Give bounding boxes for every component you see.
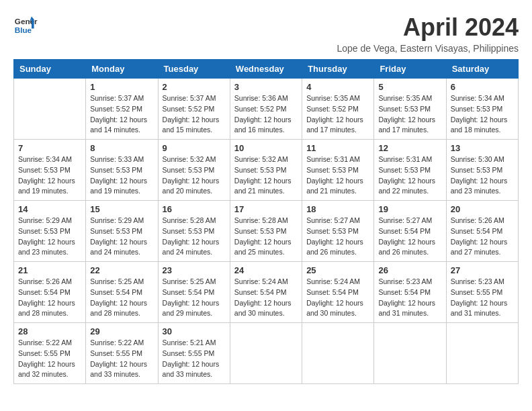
day-info: Sunrise: 5:23 AM Sunset: 5:54 PM Dayligh… [378, 277, 441, 319]
day-cell [374, 323, 446, 384]
day-number: 1 [90, 82, 153, 92]
day-cell: 1Sunrise: 5:37 AM Sunset: 5:52 PM Daylig… [86, 79, 158, 140]
day-info: Sunrise: 5:37 AM Sunset: 5:52 PM Dayligh… [90, 93, 153, 136]
day-cell [230, 323, 302, 384]
day-number: 9 [163, 143, 226, 153]
day-cell: 7Sunrise: 5:34 AM Sunset: 5:53 PM Daylig… [14, 140, 86, 201]
day-cell [302, 323, 374, 384]
page-header: General Blue April 2024 Lope de Vega, Ea… [13, 13, 519, 54]
day-cell [446, 323, 518, 384]
day-cell: 6Sunrise: 5:34 AM Sunset: 5:53 PM Daylig… [446, 79, 518, 140]
day-number: 3 [234, 82, 298, 92]
week-row-2: 7Sunrise: 5:34 AM Sunset: 5:53 PM Daylig… [14, 140, 519, 201]
day-number: 30 [163, 326, 226, 336]
day-cell: 27Sunrise: 5:23 AM Sunset: 5:55 PM Dayli… [446, 262, 518, 323]
day-number: 6 [451, 82, 514, 92]
column-header-tuesday: Tuesday [158, 60, 230, 79]
day-info: Sunrise: 5:26 AM Sunset: 5:54 PM Dayligh… [18, 277, 81, 319]
day-cell: 13Sunrise: 5:30 AM Sunset: 5:53 PM Dayli… [446, 140, 518, 201]
day-info: Sunrise: 5:29 AM Sunset: 5:53 PM Dayligh… [18, 216, 81, 258]
day-info: Sunrise: 5:29 AM Sunset: 5:53 PM Dayligh… [90, 216, 153, 258]
column-header-sunday: Sunday [14, 60, 86, 79]
day-number: 13 [451, 143, 514, 153]
day-cell: 12Sunrise: 5:31 AM Sunset: 5:53 PM Dayli… [374, 140, 446, 201]
day-cell: 26Sunrise: 5:23 AM Sunset: 5:54 PM Dayli… [374, 262, 446, 323]
day-info: Sunrise: 5:32 AM Sunset: 5:53 PM Dayligh… [234, 154, 298, 197]
day-cell: 4Sunrise: 5:35 AM Sunset: 5:52 PM Daylig… [302, 79, 374, 140]
day-cell: 15Sunrise: 5:29 AM Sunset: 5:53 PM Dayli… [86, 201, 158, 262]
day-info: Sunrise: 5:24 AM Sunset: 5:54 PM Dayligh… [234, 277, 298, 319]
day-number: 12 [378, 143, 441, 153]
day-cell: 9Sunrise: 5:32 AM Sunset: 5:53 PM Daylig… [158, 140, 230, 201]
day-info: Sunrise: 5:34 AM Sunset: 5:53 PM Dayligh… [18, 154, 81, 197]
day-number: 24 [234, 265, 298, 275]
week-row-4: 21Sunrise: 5:26 AM Sunset: 5:54 PM Dayli… [14, 262, 519, 323]
column-header-monday: Monday [86, 60, 158, 79]
day-cell: 8Sunrise: 5:33 AM Sunset: 5:53 PM Daylig… [86, 140, 158, 201]
day-number: 4 [306, 82, 369, 92]
day-info: Sunrise: 5:36 AM Sunset: 5:52 PM Dayligh… [234, 93, 298, 136]
day-cell: 2Sunrise: 5:37 AM Sunset: 5:52 PM Daylig… [158, 79, 230, 140]
day-number: 5 [378, 82, 441, 92]
day-cell: 3Sunrise: 5:36 AM Sunset: 5:52 PM Daylig… [230, 79, 302, 140]
day-info: Sunrise: 5:24 AM Sunset: 5:54 PM Dayligh… [306, 277, 369, 319]
day-cell: 24Sunrise: 5:24 AM Sunset: 5:54 PM Dayli… [230, 262, 302, 323]
day-cell: 25Sunrise: 5:24 AM Sunset: 5:54 PM Dayli… [302, 262, 374, 323]
day-info: Sunrise: 5:27 AM Sunset: 5:53 PM Dayligh… [306, 216, 369, 258]
day-number: 22 [90, 265, 153, 275]
day-info: Sunrise: 5:32 AM Sunset: 5:53 PM Dayligh… [163, 154, 226, 197]
day-info: Sunrise: 5:31 AM Sunset: 5:53 PM Dayligh… [378, 154, 441, 197]
day-info: Sunrise: 5:23 AM Sunset: 5:55 PM Dayligh… [451, 277, 514, 319]
day-info: Sunrise: 5:27 AM Sunset: 5:54 PM Dayligh… [378, 216, 441, 258]
calendar-table: SundayMondayTuesdayWednesdayThursdayFrid… [13, 59, 519, 384]
day-number: 23 [163, 265, 226, 275]
day-number: 26 [378, 265, 441, 275]
day-info: Sunrise: 5:35 AM Sunset: 5:53 PM Dayligh… [378, 93, 441, 136]
day-cell: 28Sunrise: 5:22 AM Sunset: 5:55 PM Dayli… [14, 323, 86, 384]
day-number: 8 [90, 143, 153, 153]
day-info: Sunrise: 5:25 AM Sunset: 5:54 PM Dayligh… [163, 277, 226, 319]
day-cell: 17Sunrise: 5:28 AM Sunset: 5:53 PM Dayli… [230, 201, 302, 262]
day-number: 18 [306, 204, 369, 214]
day-number: 27 [451, 265, 514, 275]
day-cell: 20Sunrise: 5:26 AM Sunset: 5:54 PM Dayli… [446, 201, 518, 262]
day-cell [14, 79, 86, 140]
svg-text:Blue: Blue [15, 26, 32, 34]
week-row-1: 1Sunrise: 5:37 AM Sunset: 5:52 PM Daylig… [14, 79, 519, 140]
day-info: Sunrise: 5:37 AM Sunset: 5:52 PM Dayligh… [163, 93, 226, 136]
column-header-thursday: Thursday [302, 60, 374, 79]
day-cell: 29Sunrise: 5:22 AM Sunset: 5:55 PM Dayli… [86, 323, 158, 384]
day-info: Sunrise: 5:26 AM Sunset: 5:54 PM Dayligh… [451, 216, 514, 258]
day-cell: 18Sunrise: 5:27 AM Sunset: 5:53 PM Dayli… [302, 201, 374, 262]
week-row-3: 14Sunrise: 5:29 AM Sunset: 5:53 PM Dayli… [14, 201, 519, 262]
day-info: Sunrise: 5:28 AM Sunset: 5:53 PM Dayligh… [234, 216, 298, 258]
day-number: 7 [18, 143, 81, 153]
column-header-friday: Friday [374, 60, 446, 79]
logo: General Blue [13, 13, 38, 38]
day-number: 28 [18, 326, 81, 336]
column-header-saturday: Saturday [446, 60, 518, 79]
svg-text:General: General [15, 17, 38, 26]
day-cell: 30Sunrise: 5:21 AM Sunset: 5:55 PM Dayli… [158, 323, 230, 384]
day-info: Sunrise: 5:34 AM Sunset: 5:53 PM Dayligh… [451, 93, 514, 136]
location-subtitle: Lope de Vega, Eastern Visayas, Philippin… [337, 43, 519, 54]
day-number: 10 [234, 143, 298, 153]
day-info: Sunrise: 5:22 AM Sunset: 5:55 PM Dayligh… [18, 338, 81, 380]
day-info: Sunrise: 5:35 AM Sunset: 5:52 PM Dayligh… [306, 93, 369, 136]
day-number: 2 [163, 82, 226, 92]
day-cell: 21Sunrise: 5:26 AM Sunset: 5:54 PM Dayli… [14, 262, 86, 323]
day-cell: 11Sunrise: 5:31 AM Sunset: 5:53 PM Dayli… [302, 140, 374, 201]
day-number: 16 [163, 204, 226, 214]
day-cell: 10Sunrise: 5:32 AM Sunset: 5:53 PM Dayli… [230, 140, 302, 201]
column-header-wednesday: Wednesday [230, 60, 302, 79]
day-cell: 19Sunrise: 5:27 AM Sunset: 5:54 PM Dayli… [374, 201, 446, 262]
title-block: April 2024 Lope de Vega, Eastern Visayas… [337, 13, 519, 54]
day-info: Sunrise: 5:31 AM Sunset: 5:53 PM Dayligh… [306, 154, 369, 197]
day-number: 15 [90, 204, 153, 214]
day-number: 11 [306, 143, 369, 153]
day-info: Sunrise: 5:25 AM Sunset: 5:54 PM Dayligh… [90, 277, 153, 319]
day-number: 29 [90, 326, 153, 336]
day-number: 21 [18, 265, 81, 275]
day-info: Sunrise: 5:33 AM Sunset: 5:53 PM Dayligh… [90, 154, 153, 197]
week-row-5: 28Sunrise: 5:22 AM Sunset: 5:55 PM Dayli… [14, 323, 519, 384]
